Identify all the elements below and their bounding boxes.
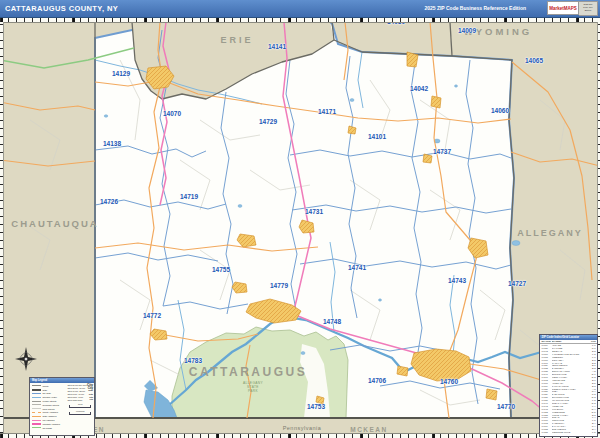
zip-label-14065: 14065 — [525, 57, 543, 64]
legend-scale-bars: MilesKilometers — [67, 403, 93, 416]
zip-index-colhead: ZIP Name — [552, 340, 589, 343]
sw-min-swatch — [32, 408, 41, 409]
legend-body: CountyStateZIP CodeStreams / WaterPrimar… — [30, 383, 94, 430]
zip-label-14727: 14727 — [508, 280, 526, 287]
sw-ushwy-swatch — [32, 420, 41, 421]
city-class-label: Cities 5,000 - 10,000 — [67, 393, 84, 395]
urban-portville — [486, 389, 497, 400]
zip-label-14748: 14748 — [323, 318, 341, 325]
zip-label-14770: 14770 — [497, 403, 515, 410]
zip-label-14060: 14060 — [491, 107, 509, 114]
publisher-logo: MarketMAPS 2025 ZIP Code Ref. Edition — [547, 1, 598, 15]
zip-label-14138: 14138 — [103, 140, 121, 147]
zip-label-14743: 14743 — [448, 277, 466, 284]
city-class-label: Cities Under 2,500 — [67, 399, 82, 401]
legend-city-column: Cities 50,000 and AboveCityCities 25,000… — [67, 384, 93, 430]
city-class-label: Cities 25,000 - 50,000 — [67, 387, 85, 389]
legend-item-label: County Highways — [43, 411, 59, 413]
zip-label-14729: 14729 — [259, 118, 277, 125]
scale-bar-line — [69, 412, 91, 416]
zip-label-14783: 14783 — [184, 357, 202, 364]
zip-label-14726: 14726 — [100, 198, 118, 205]
zip-index-table: ZIP Code Index/Grid Locator ZIP CodeZIP … — [539, 334, 598, 437]
city-class-sample: City — [89, 393, 93, 395]
zip-label-14755: 14755 — [212, 266, 230, 273]
zip-label-14719: 14719 — [180, 193, 198, 200]
legend-item-label: Secondary Streets — [43, 404, 59, 406]
publisher-logo-badge: 2025 ZIP Code Ref. Edition — [579, 1, 598, 16]
grid-ruler-left — [0, 22, 4, 433]
edition-label: 2025 ZIP Code Business Reference Edition — [424, 0, 526, 17]
urban-allegany — [397, 366, 408, 376]
zip-label-14042: 14042 — [410, 85, 428, 92]
zip-label-14760: 14760 — [440, 378, 458, 385]
zip-label-14101: 14101 — [368, 133, 386, 140]
compass-rose-icon — [15, 347, 37, 371]
sw-toll-swatch — [32, 427, 41, 428]
zip-label-14737: 14737 — [433, 148, 451, 155]
zip-index-row: 14788WESTONS MILLSF-5 — [540, 431, 597, 434]
legend-item-label: Primary Streets — [43, 400, 57, 402]
zip-label-14171: 14171 — [318, 108, 336, 115]
sw-county-swatch — [32, 385, 41, 386]
title-bar: CATTARAUGUS COUNTY, NY 2025 ZIP Code Bus… — [0, 0, 600, 18]
zip-label-14741: 14741 — [348, 264, 366, 271]
county-label-pennsylvania: Pennsylvania — [283, 425, 322, 431]
publisher-logo-brand: MarketMAPS — [547, 1, 579, 15]
county-label-allegany: ALLEGANY — [517, 228, 583, 238]
legend: Map Legend CountyStateZIP CodeStreams / … — [29, 377, 95, 436]
legend-city-classes: Cities 50,000 and AboveCityCities 25,000… — [67, 384, 93, 401]
urban-delevan — [431, 96, 441, 108]
city-class-sample: City — [90, 399, 93, 401]
legend-item-label: County — [43, 385, 49, 387]
legend-item-label: Streams / Water — [43, 396, 57, 398]
scale-bar-kilometers: Kilometers — [67, 410, 93, 416]
park-label: ALLEGANY STATE PARK — [243, 381, 263, 393]
sw-ihwy-swatch — [32, 423, 41, 425]
zip-label-14772: 14772 — [143, 312, 161, 319]
map-title: CATTARAUGUS COUNTY, NY — [5, 0, 118, 17]
county-label-chautauqua: CHAUTAUQUA — [11, 218, 98, 229]
map-sheet: ERIEWYOMINGCHAUTAUQUAALLEGANYCATTARAUGUS… — [0, 0, 600, 438]
scale-bar-miles: Miles — [67, 403, 93, 409]
legend-item: Toll Roads — [32, 426, 67, 430]
legend-item-label: Toll Roads — [43, 427, 52, 429]
sw-water-swatch — [32, 397, 41, 398]
legend-item-label: Interstate Highways — [43, 423, 61, 425]
legend-item-label: Minor Streets — [43, 408, 55, 410]
legend-city-class: Cities Under 2,500City — [67, 398, 93, 401]
zip-label-14731: 14731 — [305, 208, 323, 215]
sw-state-swatch — [32, 389, 41, 391]
zip-index-rows: 14009ARCADEF-114030CHAFFEEC-114042DELEVA… — [540, 344, 597, 434]
city-class-label: Cities 10,000 - 25,000 — [67, 390, 85, 392]
county-label-mckean: MCKEAN — [350, 426, 388, 433]
zip-index-cell: WESTONS MILLS — [552, 431, 589, 434]
urban-arcade — [407, 52, 418, 67]
sw-sec-swatch — [32, 404, 41, 405]
sw-prim-swatch — [32, 401, 41, 402]
scale-bar-line — [69, 405, 91, 409]
zip-label-14779: 14779 — [270, 282, 288, 289]
zip-label-14009: 14009 — [458, 27, 476, 34]
sw-shwy-swatch — [32, 416, 41, 417]
county-label-cattaraugus: CATTARAUGUS — [189, 365, 307, 379]
zip-label-14706: 14706 — [368, 377, 386, 384]
zip-label-14070: 14070 — [163, 110, 181, 117]
zip-label-14129: 14129 — [112, 70, 130, 77]
sw-chwy-swatch — [32, 412, 41, 413]
zip-index-cell: F-5 — [589, 431, 596, 434]
zip-label-14141: 14141 — [268, 43, 286, 50]
legend-item-label: ZIP Code — [43, 392, 51, 394]
legend-item-label: US Highways — [43, 419, 55, 421]
city-class-label: Cities 2,500 - 5,000 — [67, 396, 83, 398]
legend-item-label: State Highways — [43, 415, 57, 417]
county-label-erie: ERIE — [220, 35, 253, 45]
legend-items: CountyStateZIP CodeStreams / WaterPrimar… — [32, 384, 67, 430]
zip-index-colhead: ZIP Code — [542, 340, 552, 343]
urban-machias — [423, 154, 432, 163]
zip-index-cell: 14788 — [542, 431, 552, 434]
zip-index-colhead: Grid — [589, 340, 596, 343]
sw-zip-swatch — [32, 393, 41, 394]
zip-label-14753: 14753 — [307, 403, 325, 410]
city-class-label: Cities 50,000 and Above — [67, 384, 86, 386]
